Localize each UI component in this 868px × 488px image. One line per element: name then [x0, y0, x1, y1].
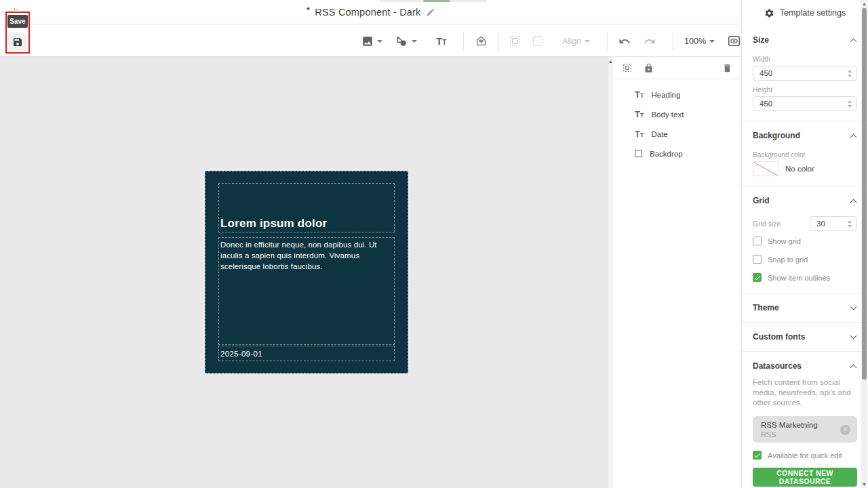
settings-scrollbar[interactable]: ▲ ▼ [861, 0, 867, 488]
section-theme-header[interactable]: Theme [742, 303, 868, 312]
app-widget-icon [475, 35, 488, 47]
grid-size-row: Grid size 30 [753, 216, 857, 231]
chevron-up-icon [850, 38, 857, 45]
date-item[interactable]: 2025-09-01 [218, 346, 395, 361]
close-icon[interactable]: ✕ [840, 425, 850, 435]
section-grid-header[interactable]: Grid [742, 196, 868, 205]
layers-panel-toolbar [613, 57, 741, 79]
gear-icon [764, 8, 774, 18]
group-selection-icon [510, 36, 520, 46]
card-heading-text: Lorem ipsum dolor [219, 217, 328, 232]
text-icon: TT [635, 89, 644, 100]
edit-title-icon[interactable] [426, 7, 435, 17]
scroll-up-arrow-icon[interactable]: ▲ [608, 59, 613, 64]
group-items-icon[interactable] [622, 62, 633, 73]
insert-image-button[interactable] [358, 33, 386, 50]
checkbox-label: Show grid [768, 237, 801, 245]
trash-icon[interactable] [722, 63, 732, 73]
layer-label: Body text [651, 110, 684, 119]
align-label: Align [562, 37, 581, 46]
chevron-down-icon [585, 40, 590, 43]
unsaved-marker: * [306, 4, 310, 16]
heading-item[interactable]: Lorem ipsum dolor [218, 183, 395, 232]
section-divider [742, 322, 868, 323]
save-button[interactable] [7, 33, 27, 51]
image-icon [361, 35, 374, 47]
card-body-text: Donec in efficitur neque, non dapibus du… [219, 238, 394, 273]
layer-item-backdrop[interactable]: Backdrop [613, 144, 741, 163]
layer-label: Date [651, 130, 667, 138]
toolbar-separator [607, 32, 608, 51]
body-text-item[interactable]: Donec in efficitur neque, non dapibus du… [218, 237, 395, 345]
section-title: Size [753, 35, 769, 45]
datasources-description: Fetch content from social media, newsfee… [753, 378, 857, 408]
layers-panel: TT Heading TT Body text TT Date Backdrop [613, 57, 741, 488]
background-color-row: No color [753, 161, 857, 176]
section-background-header[interactable]: Background [742, 131, 868, 140]
insert-shape-button[interactable] [392, 32, 420, 50]
quick-edit-checkbox[interactable] [753, 451, 762, 460]
section-divider [742, 186, 868, 186]
insert-app-button[interactable] [471, 32, 491, 50]
height-label: Height [753, 86, 857, 94]
scroll-down-arrow-icon[interactable]: ▼ [861, 482, 867, 487]
zoom-dropdown[interactable]: 100% [681, 34, 718, 49]
width-input[interactable]: 450 [753, 66, 857, 81]
marquee-icon [533, 36, 543, 46]
show-grid-checkbox-row[interactable]: Show grid [753, 237, 857, 245]
layer-item-date[interactable]: TT Date [613, 124, 741, 144]
template-card[interactable]: Lorem ipsum dolor Donec in efficitur neq… [205, 171, 408, 373]
insert-text-button[interactable]: TT [433, 33, 450, 49]
template-settings-panel: Template settings Size Width 450 Height … [741, 0, 868, 488]
header-bar: * RSS Component - Dark [0, 0, 741, 24]
save-icon [12, 37, 23, 47]
datasource-name: RSS Marketning [761, 421, 840, 429]
datasource-chip[interactable]: RSS Marketning RSS ✕ [753, 416, 857, 443]
canvas-vertical-scrollbar[interactable]: ▲ [608, 57, 613, 488]
scroll-progress-thumb[interactable] [423, 0, 450, 2]
text-icon: TT [635, 129, 644, 139]
stepper-arrows-icon[interactable] [848, 70, 852, 77]
quick-edit-checkbox-row[interactable]: Available for quick edit [753, 451, 857, 460]
no-color-label: No color [785, 165, 814, 173]
chevron-up-icon [850, 199, 857, 205]
grid-size-input[interactable]: 30 [810, 216, 857, 231]
snap-to-grid-checkbox[interactable] [753, 255, 762, 264]
chevron-down-icon [709, 40, 715, 43]
no-color-swatch[interactable] [753, 161, 778, 176]
show-grid-checkbox[interactable] [753, 237, 762, 245]
stepper-arrows-icon[interactable] [848, 220, 852, 228]
height-input[interactable]: 450 [753, 96, 857, 111]
section-custom-fonts-header[interactable]: Custom fonts [742, 332, 868, 342]
undo-button[interactable] [615, 33, 634, 50]
chevron-down-icon [850, 333, 857, 340]
width-label: Width [753, 56, 857, 63]
align-dropdown[interactable]: Align [559, 34, 593, 49]
layer-item-heading[interactable]: TT Heading [613, 85, 741, 104]
show-item-outlines-checkbox[interactable] [753, 273, 762, 282]
datasource-chip-texts: RSS Marketning RSS [761, 421, 840, 439]
connect-new-datasource-button[interactable]: CONNECT NEW DATASOURCE [753, 468, 857, 487]
layer-item-body-text[interactable]: TT Body text [613, 104, 741, 124]
section-divider [742, 293, 868, 293]
stepper-arrows-icon[interactable] [848, 100, 852, 108]
text-icon: TT [635, 109, 644, 119]
layer-label: Backdrop [650, 150, 683, 158]
lock-icon[interactable] [644, 63, 654, 73]
snap-to-grid-checkbox-row[interactable]: Snap to grid [753, 255, 857, 264]
scroll-up-arrow-icon[interactable]: ▲ [861, 1, 867, 6]
chevron-up-icon [850, 134, 857, 140]
section-datasources-header[interactable]: Datasources [742, 361, 868, 371]
design-canvas[interactable]: Lorem ipsum dolor Donec in efficitur neq… [0, 57, 608, 488]
section-title: Background [753, 131, 800, 140]
redo-button[interactable] [640, 33, 659, 50]
grid-size-value: 30 [816, 220, 825, 228]
group-button[interactable] [507, 33, 524, 49]
show-item-outlines-checkbox-row[interactable]: Show item outlines [753, 273, 857, 282]
document-title-wrap: * RSS Component - Dark [306, 6, 435, 18]
section-size-header[interactable]: Size [742, 35, 868, 45]
save-tooltip: Save [7, 15, 28, 28]
marquee-select-button[interactable] [530, 33, 547, 49]
chevron-down-icon [412, 40, 417, 43]
scrollbar-thumb[interactable] [862, 8, 867, 380]
